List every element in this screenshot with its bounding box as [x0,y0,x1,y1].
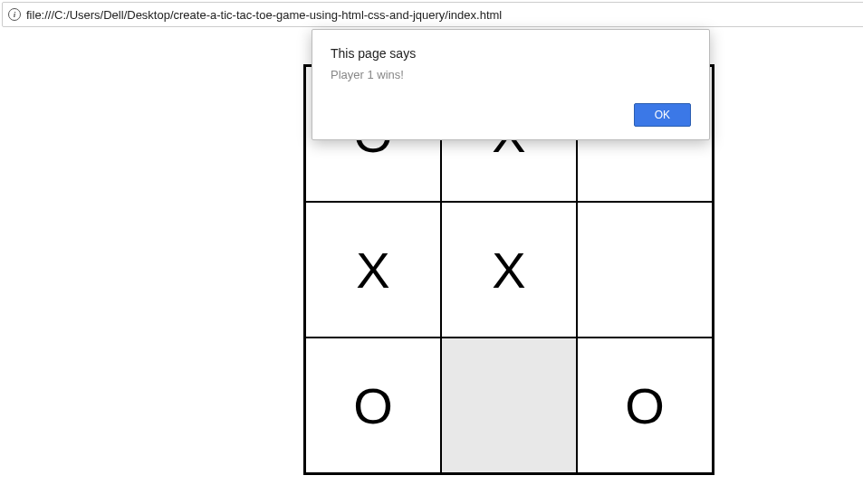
dialog-actions: OK [331,103,691,127]
cell-2-0[interactable]: O [305,338,441,473]
cell-2-1[interactable] [441,338,577,473]
cell-2-2[interactable]: O [577,338,713,473]
ok-button[interactable]: OK [634,103,691,127]
alert-dialog: This page says Player 1 wins! OK [312,29,710,140]
dialog-message: Player 1 wins! [331,68,691,81]
info-icon: i [8,8,21,21]
url-text: file:///C:/Users/Dell/Desktop/create-a-t… [26,8,502,22]
cell-1-2[interactable] [577,202,713,338]
cell-1-1[interactable]: X [441,202,577,338]
dialog-title: This page says [331,46,691,61]
cell-1-0[interactable]: X [305,202,441,338]
page-area: O X X X O O This page says Player 1 wins… [0,29,863,504]
address-bar[interactable]: i file:///C:/Users/Dell/Desktop/create-a… [2,2,863,27]
